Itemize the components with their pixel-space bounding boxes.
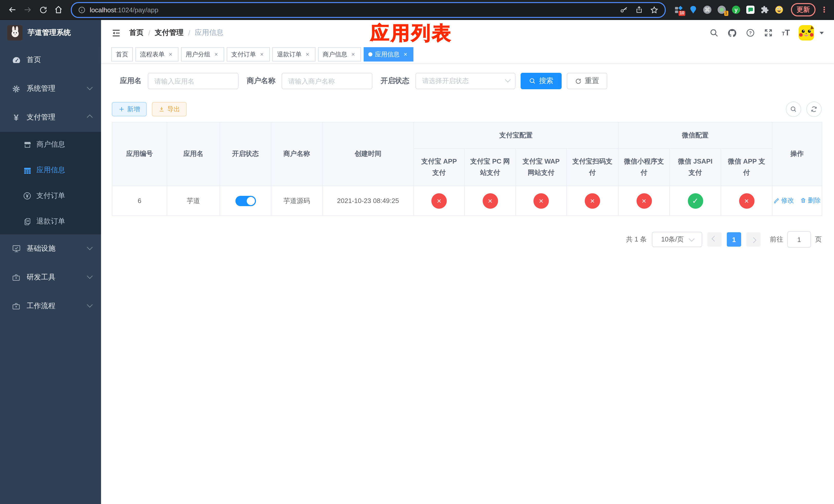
forward-button[interactable] bbox=[21, 3, 35, 17]
help-icon[interactable]: ? bbox=[746, 28, 755, 38]
toolbox-icon bbox=[11, 302, 21, 311]
tag-user-group[interactable]: 用户分组× bbox=[181, 47, 224, 62]
chevron-down-icon bbox=[87, 84, 93, 90]
close-icon[interactable]: × bbox=[213, 51, 220, 58]
share-icon[interactable] bbox=[635, 6, 643, 14]
status-alipay-pc: × bbox=[482, 193, 498, 208]
sidebar-item-system[interactable]: 系统管理 bbox=[0, 74, 101, 103]
prev-page-button[interactable] bbox=[707, 232, 722, 247]
sidebar-item-pay-order[interactable]: 支付订单 bbox=[0, 183, 101, 209]
home-button[interactable] bbox=[51, 3, 66, 17]
sidebar-fold-icon[interactable] bbox=[111, 28, 121, 38]
password-key-icon[interactable] bbox=[620, 5, 628, 14]
sidebar-item-label: 应用信息 bbox=[37, 166, 65, 175]
chevron-down-icon bbox=[505, 77, 511, 83]
next-page-button[interactable] bbox=[746, 232, 761, 247]
tag-pay-order[interactable]: 支付订单× bbox=[227, 47, 270, 62]
url-text: localhost:1024/pay/app bbox=[90, 6, 158, 14]
yen-circle-icon bbox=[23, 191, 32, 201]
chat-extension-icon[interactable] bbox=[746, 5, 755, 14]
col-created: 创建时间 bbox=[322, 122, 414, 186]
status-alipay-wap: × bbox=[533, 193, 549, 208]
font-size-icon[interactable]: TT bbox=[782, 28, 790, 38]
measure-extension-icon[interactable]: 10 bbox=[674, 5, 683, 14]
reset-button[interactable]: 重置 bbox=[567, 73, 607, 89]
url-bar[interactable]: localhost:1024/pay/app bbox=[71, 2, 666, 18]
sidebar-item-merchant-info[interactable]: 商户信息 bbox=[0, 132, 101, 157]
sidebar-item-app-info[interactable]: 应用信息 bbox=[0, 157, 101, 183]
browser-menu-icon[interactable]: ⋮ bbox=[820, 5, 829, 14]
status-wx-lite: × bbox=[636, 193, 652, 208]
edit-link[interactable]: 修改 bbox=[773, 197, 794, 205]
logo-rabbit-image bbox=[7, 25, 23, 41]
sidebar-item-dev-tools[interactable]: 研发工具 bbox=[0, 263, 101, 292]
command-extension-icon[interactable]: ⌘ bbox=[703, 5, 712, 14]
close-icon[interactable]: × bbox=[304, 51, 311, 58]
show-search-toggle-button[interactable] bbox=[786, 101, 801, 117]
cell-app-id: 6 bbox=[112, 186, 167, 215]
sidebar: 芋道管理系统 首页 系统管理 ¥ 支付管理 bbox=[0, 20, 101, 504]
tag-merchant-info[interactable]: 商户信息× bbox=[318, 47, 361, 62]
tag-refund-order[interactable]: 退款订单× bbox=[272, 47, 315, 62]
status-select[interactable]: 请选择开启状态 bbox=[415, 73, 515, 89]
sidebar-item-workflow[interactable]: 工作流程 bbox=[0, 292, 101, 320]
profile-avatar-icon[interactable] bbox=[774, 5, 784, 14]
goto-page-input[interactable] bbox=[787, 231, 811, 248]
page-size-select[interactable]: 10条/页 bbox=[652, 232, 702, 247]
chrome-update-button[interactable]: 更新 bbox=[791, 3, 815, 17]
delete-link[interactable]: 删除 bbox=[800, 197, 821, 205]
close-icon[interactable]: × bbox=[350, 51, 356, 58]
col-wx-jsapi: 微信 JSAPI 支付 bbox=[670, 148, 721, 186]
balloon-extension-icon[interactable] bbox=[688, 5, 698, 14]
chevron-up-icon bbox=[87, 115, 93, 120]
fullscreen-icon[interactable] bbox=[764, 28, 773, 38]
app-name-input[interactable] bbox=[148, 73, 239, 89]
page-1-button[interactable]: 1 bbox=[727, 232, 741, 247]
y-extension-icon[interactable]: y bbox=[731, 5, 741, 14]
chevron-down-icon bbox=[689, 236, 695, 242]
recorder-extension-icon[interactable]: 1 bbox=[717, 5, 726, 14]
payment-submenu: 商户信息 应用信息 支付订单 bbox=[0, 132, 101, 234]
avatar-caret-icon[interactable] bbox=[820, 31, 824, 34]
logo[interactable]: 芋道管理系统 bbox=[0, 20, 101, 46]
sidebar-item-label: 系统管理 bbox=[27, 84, 56, 93]
breadcrumb-separator: / bbox=[188, 29, 190, 37]
add-button[interactable]: 新增 bbox=[112, 102, 147, 116]
enabled-toggle[interactable] bbox=[235, 196, 256, 206]
back-button[interactable] bbox=[5, 3, 20, 17]
sidebar-item-infrastructure[interactable]: 基础设施 bbox=[0, 234, 101, 263]
col-app-id: 应用编号 bbox=[112, 122, 167, 186]
yen-icon: ¥ bbox=[11, 113, 21, 122]
svg-text:?: ? bbox=[749, 30, 752, 35]
page-content: 应用名 商户名称 开启状态 请选择开启状态 搜索 重置 bbox=[101, 64, 834, 504]
sidebar-item-label: 基础设施 bbox=[27, 244, 56, 253]
tag-home[interactable]: 首页 bbox=[111, 47, 133, 62]
github-icon[interactable] bbox=[727, 28, 737, 38]
close-icon[interactable]: × bbox=[402, 51, 409, 58]
breadcrumb-payment[interactable]: 支付管理 bbox=[155, 28, 184, 38]
refresh-button[interactable] bbox=[806, 101, 822, 117]
merchant-name-input[interactable] bbox=[282, 73, 372, 89]
sidebar-item-label: 首页 bbox=[27, 55, 41, 65]
col-status: 开启状态 bbox=[220, 122, 271, 186]
col-alipay-qr: 支付宝扫码支付 bbox=[567, 148, 618, 186]
export-button[interactable]: 导出 bbox=[152, 102, 187, 116]
user-avatar[interactable] bbox=[798, 25, 814, 41]
site-info-icon[interactable] bbox=[78, 6, 86, 14]
page-unit-label: 页 bbox=[815, 235, 822, 244]
sidebar-item-home[interactable]: 首页 bbox=[0, 46, 101, 74]
table-row: 6 芋道 芋道源码 2021-10-23 08:49:25 × × × × × … bbox=[112, 186, 822, 215]
tag-app-info[interactable]: 应用信息× bbox=[364, 47, 413, 62]
close-icon[interactable]: × bbox=[259, 51, 265, 58]
col-wx-app: 微信 APP 支付 bbox=[721, 148, 772, 186]
header-search-icon[interactable] bbox=[709, 28, 719, 38]
bookmark-star-icon[interactable] bbox=[650, 5, 659, 14]
search-button[interactable]: 搜索 bbox=[521, 73, 562, 89]
tag-process-form[interactable]: 流程表单× bbox=[135, 47, 178, 62]
extensions-puzzle-icon[interactable] bbox=[760, 5, 769, 14]
close-icon[interactable]: × bbox=[167, 51, 174, 58]
breadcrumb-home[interactable]: 首页 bbox=[129, 28, 144, 38]
reload-button[interactable] bbox=[36, 3, 50, 17]
sidebar-item-refund-order[interactable]: 退款订单 bbox=[0, 209, 101, 234]
sidebar-item-payment[interactable]: ¥ 支付管理 bbox=[0, 103, 101, 132]
